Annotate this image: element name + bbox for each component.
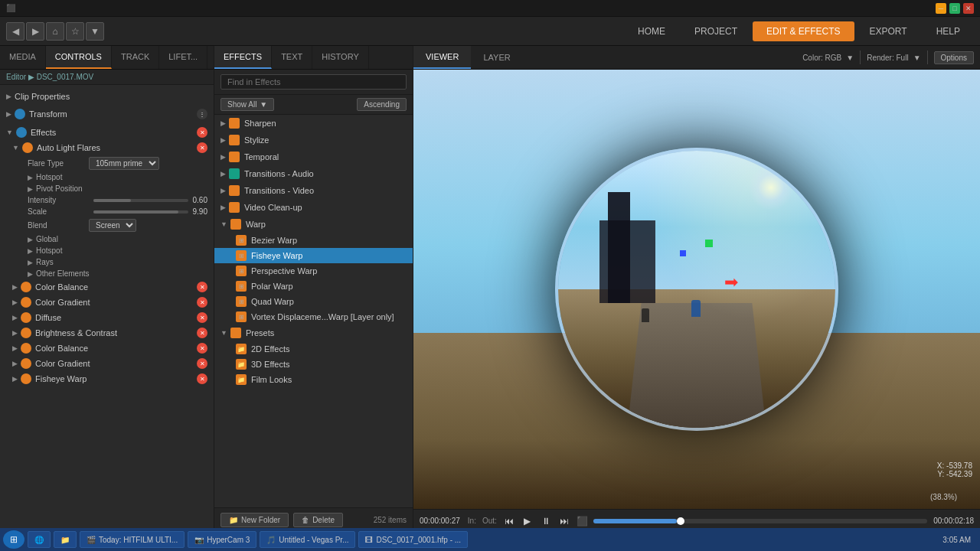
fw-remove[interactable]: ✕ (197, 373, 207, 384)
taskbar-hypercam[interactable]: 📷 HyperCam 3 (188, 531, 256, 548)
brightness-header[interactable]: ▶ Brightness & Contrast ✕ (6, 325, 214, 341)
bc-remove[interactable]: ✕ (197, 328, 207, 338)
transitions-video-group-header[interactable]: ▶ Transitions - Video (214, 182, 413, 199)
video-cleanup-group-header[interactable]: ▶ Video Clean-up (214, 199, 413, 216)
warp-group-header[interactable]: ▼ Warp (214, 216, 413, 233)
color-gradient2-header[interactable]: ▶ Color Gradient ✕ (6, 356, 214, 371)
2d-effects-item[interactable]: 📁 2D Effects (214, 341, 413, 357)
nav-forward-icon[interactable]: ▶ (26, 22, 44, 41)
temporal-group-header[interactable]: ▶ Temporal (214, 148, 413, 165)
transform-remove[interactable]: ⋮ (197, 109, 207, 119)
options-button[interactable]: Options (934, 51, 974, 64)
tab-effects[interactable]: EFFECTS (214, 46, 272, 69)
taskbar-folder[interactable]: 📁 (54, 531, 77, 548)
perspective-warp-item[interactable]: ⊞ Perspective Warp (214, 263, 413, 279)
taskbar-dsc[interactable]: 🎞 DSC_0017_0001.hfp - ... (358, 531, 468, 548)
viewer-canvas[interactable]: ➡ X: -539.78 Y: -542.39 (38.3%) (413, 70, 980, 509)
effects-search-input[interactable] (220, 74, 407, 90)
cg2-label: Color Gradient (35, 359, 197, 368)
cb-remove[interactable]: ✕ (197, 282, 207, 292)
sharpen-group-label: Sharpen (244, 119, 407, 128)
film-looks-item[interactable]: 📁 Film Looks (214, 372, 413, 387)
cg-remove[interactable]: ✕ (197, 297, 207, 308)
play-to-start-button[interactable]: ⏮ (501, 514, 517, 529)
play-button[interactable]: ▶ (520, 514, 535, 529)
fisheye-warp-header[interactable]: ▶ Fisheye Warp ✕ (6, 371, 214, 386)
color-balance2-header[interactable]: ▶ Color Balance ✕ (6, 341, 214, 356)
diffuse-header[interactable]: ▶ Diffuse ✕ (6, 310, 214, 325)
stylize-group-header[interactable]: ▶ Stylize (214, 132, 413, 148)
nav-menu-icon[interactable]: ▼ (86, 22, 104, 41)
sort-ascending-button[interactable]: Ascending (357, 98, 407, 111)
viewer-playbar[interactable] (593, 519, 927, 523)
new-folder-button[interactable]: 📁 New Folder (220, 513, 289, 527)
close-button[interactable]: ✕ (963, 3, 974, 14)
quad-warp-item[interactable]: ⊞ Quad Warp (214, 294, 413, 309)
3d-effects-item[interactable]: 📁 3D Effects (214, 357, 413, 372)
cb2-remove[interactable]: ✕ (197, 343, 207, 354)
controls-content[interactable]: ▶ Clip Properties ▶ Transform ⋮ ▼ Effect (0, 85, 214, 532)
tab-track[interactable]: TRACK (112, 46, 159, 69)
nav-tab-export[interactable]: EXPORT (856, 21, 921, 41)
folder-icon: 📁 (60, 536, 70, 544)
nav-back-icon[interactable]: ◀ (6, 22, 24, 41)
diff-label: Diffuse (35, 313, 197, 322)
bezier-warp-item[interactable]: ⊞ Bezier Warp (214, 233, 413, 248)
clip-properties-header[interactable]: ▶ Clip Properties (0, 90, 214, 103)
color-gradient-header[interactable]: ▶ Color Gradient ✕ (6, 295, 214, 310)
tab-viewer[interactable]: VIEWER (413, 46, 471, 69)
transitions-audio-group-header[interactable]: ▶ Transitions - Audio (214, 165, 413, 182)
cg2-remove[interactable]: ✕ (197, 358, 207, 369)
taskbar-hitfilm[interactable]: 🎬 Today: HITFILM ULTI... (80, 531, 185, 548)
transform-header[interactable]: ▶ Transform ⋮ (0, 106, 214, 122)
nav-tab-project[interactable]: PROJECT (681, 21, 751, 41)
titlebar-controls[interactable]: ─ □ ✕ (936, 3, 974, 14)
clip-properties-label: Clip Properties (15, 92, 207, 101)
intensity-slider[interactable] (93, 199, 188, 202)
nav-tab-edit-effects[interactable]: EDIT & EFFECTS (753, 21, 854, 41)
tab-history[interactable]: HISTORY (312, 46, 369, 69)
play-to-end-button[interactable]: ⏭ (557, 514, 572, 529)
nav-bookmark-icon[interactable]: ☆ (66, 22, 84, 41)
nav-tab-home[interactable]: HOME (624, 21, 679, 41)
tab-media[interactable]: MEDIA (0, 46, 46, 69)
effects-search-container (214, 70, 413, 95)
diff-remove[interactable]: ✕ (197, 312, 207, 323)
sharpen-group-header[interactable]: ▶ Sharpen (214, 115, 413, 132)
pivot-arrow: ▶ (28, 185, 33, 193)
polar-warp-item[interactable]: ⊞ Polar Warp (214, 279, 413, 294)
show-all-button[interactable]: Show All ▼ (220, 98, 274, 111)
viewer-playbar-head[interactable] (677, 517, 684, 525)
minimize-button[interactable]: ─ (936, 3, 946, 14)
breadcrumb-file: DSC_0017.MOV (37, 73, 93, 81)
nav-home-icon[interactable]: ⌂ (46, 22, 64, 41)
auto-light-flares-remove[interactable]: ✕ (197, 142, 207, 153)
tab-controls[interactable]: CONTROLS (46, 46, 112, 69)
effects-remove[interactable]: ✕ (197, 127, 207, 138)
scale-slider[interactable] (93, 210, 188, 214)
effects-list[interactable]: ▶ Sharpen ▶ Stylize ▶ Temporal (214, 115, 413, 507)
stop-button[interactable]: ⬛ (575, 514, 590, 529)
viewer-time-end: 00:00:02:18 (933, 517, 974, 525)
taskbar-time: 3:05 AM (936, 536, 977, 544)
delete-button[interactable]: 🗑 Delete (293, 513, 343, 527)
vortex-warp-item[interactable]: ⊞ Vortex Displaceme...Warp [Layer only] (214, 309, 413, 324)
presets-group-header[interactable]: ▼ Presets (214, 324, 413, 341)
auto-light-flares-header[interactable]: ▼ Auto Light Flares ✕ (6, 140, 214, 155)
tab-lifet[interactable]: LIFET... (159, 46, 207, 69)
blend-dropdown[interactable]: Screen (89, 219, 136, 232)
taskbar-vegas[interactable]: 🎵 Untitled - Vegas Pr... (260, 531, 355, 548)
tab-layer[interactable]: LAYER (471, 47, 522, 68)
nav-tab-help[interactable]: HELP (923, 21, 974, 41)
tab-text[interactable]: TEXT (272, 46, 312, 69)
effects-header[interactable]: ▼ Effects ✕ (0, 125, 214, 140)
pause-button[interactable]: ⏸ (538, 514, 554, 529)
start-button[interactable]: ⊞ (3, 530, 24, 549)
hypercam-icon: 📷 (194, 536, 204, 544)
flare-type-dropdown[interactable]: 105mm prime (89, 157, 159, 170)
maximize-button[interactable]: □ (949, 3, 960, 14)
fisheye-warp-item[interactable]: ⊞ Fisheye Warp (214, 248, 413, 263)
color-balance-header[interactable]: ▶ Color Balance ✕ (6, 279, 214, 295)
titlebar: ⬛ ─ □ ✕ (0, 0, 980, 17)
taskbar-ie[interactable]: 🌐 (28, 531, 51, 548)
